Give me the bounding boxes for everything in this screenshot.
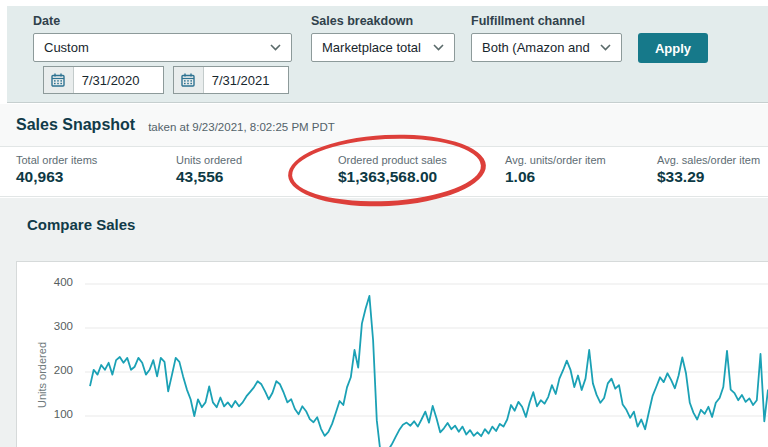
metric-units-ordered: Units ordered 43,556: [176, 154, 242, 186]
metric-total-order-items: Total order items 40,963: [16, 154, 97, 186]
units-ordered-chart[interactable]: [16, 261, 768, 447]
chevron-down-icon: [600, 44, 611, 51]
end-date-input[interactable]: [204, 67, 288, 93]
metric-avg-sales-order-item: Avg. sales/order item $33.29: [657, 154, 760, 186]
calendar-icon: [174, 67, 204, 93]
chevron-down-icon: [270, 44, 281, 51]
date-filter-label: Date: [33, 14, 60, 28]
sales-snapshot-title: Sales Snapshot: [16, 116, 135, 134]
sales-snapshot-header: Sales Snapshot taken at 9/23/2021, 8:02:…: [0, 104, 768, 147]
metric-avg-units-order-item: Avg. units/order item 1.06: [505, 154, 606, 186]
y-axis-label: Units ordered: [36, 300, 50, 447]
end-date-picker[interactable]: [173, 66, 289, 94]
start-date-picker[interactable]: [43, 66, 164, 94]
date-range-select[interactable]: Custom: [33, 33, 292, 62]
calendar-icon: [44, 67, 74, 93]
filter-bar: Date Custom: [7, 6, 768, 103]
date-range-value: Custom: [44, 40, 262, 55]
sales-breakdown-label: Sales breakdown: [311, 14, 413, 28]
metric-ordered-product-sales: Ordered product sales $1,363,568.00: [338, 154, 447, 186]
chevron-down-icon: [433, 44, 444, 51]
apply-button[interactable]: Apply: [638, 33, 708, 63]
metrics-row: Total order items 40,963 Units ordered 4…: [0, 147, 768, 197]
fulfillment-channel-select[interactable]: Both (Amazon and seller): [471, 33, 622, 62]
sales-breakdown-value: Marketplace total: [322, 40, 425, 55]
start-date-input[interactable]: [74, 67, 163, 93]
fulfillment-channel-value: Both (Amazon and seller): [482, 40, 592, 55]
compare-sales-title: Compare Sales: [27, 216, 135, 233]
snapshot-timestamp: taken at 9/23/2021, 8:02:25 PM PDT: [148, 118, 335, 133]
y-tick-label: 400: [33, 276, 73, 288]
fulfillment-channel-label: Fulfillment channel: [471, 14, 585, 28]
sales-breakdown-select[interactable]: Marketplace total: [311, 33, 455, 62]
